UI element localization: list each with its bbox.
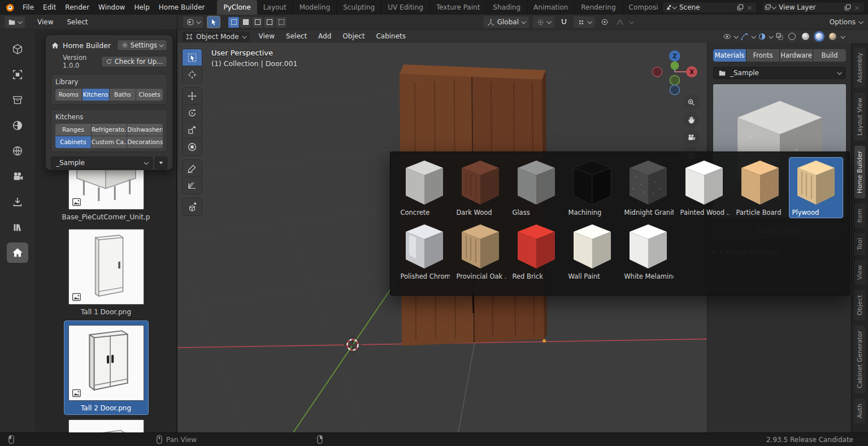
- rotate-tool[interactable]: [183, 105, 202, 122]
- menu-render[interactable]: Render: [60, 0, 94, 15]
- workspace-tab-animation[interactable]: Animation: [527, 0, 575, 15]
- scene-selector[interactable]: Scene ×: [662, 2, 757, 13]
- select-mode-intersect[interactable]: [276, 17, 287, 28]
- library-books-icon[interactable]: [7, 217, 28, 237]
- side-tab-view[interactable]: View: [854, 260, 865, 285]
- annotate-tool[interactable]: [183, 160, 202, 177]
- scene-name[interactable]: Scene: [676, 3, 736, 11]
- frame-select-icon[interactable]: [7, 64, 28, 85]
- viewport-menu-object[interactable]: Object: [337, 30, 370, 43]
- active-tool-indicator[interactable]: [207, 16, 220, 28]
- side-tab-object[interactable]: Object: [854, 290, 865, 321]
- xray-toggle-icon[interactable]: [775, 32, 784, 41]
- settings-dropdown[interactable]: Settings: [117, 40, 167, 51]
- viewport-menu-view[interactable]: View: [253, 30, 280, 43]
- new-layer-copy-icon[interactable]: [844, 3, 852, 11]
- check-updates-button[interactable]: Check for Up...: [101, 56, 167, 67]
- browser-menu-view[interactable]: View: [31, 15, 60, 30]
- home-icon[interactable]: [7, 243, 28, 263]
- asset-tile-tall-2-door-png[interactable]: Tall 2 Door.png: [64, 321, 149, 415]
- viewport-menu-add[interactable]: Add: [313, 30, 337, 43]
- visibility-eye-icon[interactable]: [723, 32, 731, 41]
- side-tab-layout-view[interactable]: Layout View: [854, 93, 865, 141]
- category-option-decorations[interactable]: Decorations: [127, 136, 163, 148]
- collection-dropdown[interactable]: _Sample: [51, 157, 153, 169]
- shading-material-preview-button[interactable]: [814, 31, 824, 42]
- side-tab-item[interactable]: Item: [854, 203, 865, 228]
- asset-tile-tall-1-door-png[interactable]: Tall 1 Door.png: [61, 229, 151, 316]
- proportional-editing-icon[interactable]: [599, 16, 610, 28]
- transform-tool[interactable]: [183, 138, 202, 155]
- category-option-cabinets[interactable]: Cabinets: [55, 136, 91, 148]
- shading-wireframe-button[interactable]: [787, 31, 797, 42]
- material-tile-concrete[interactable]: Concrete: [397, 157, 452, 218]
- gizmos-toggle-icon[interactable]: [740, 32, 749, 41]
- side-tab-home-builder[interactable]: Home Builder: [854, 146, 865, 198]
- overlays-toggle-icon[interactable]: [758, 32, 766, 41]
- panel-tab-hardware[interactable]: Hardware: [780, 49, 813, 62]
- material-tile-glass[interactable]: Glass: [509, 157, 563, 218]
- view-layer-selector[interactable]: View Layer ×: [762, 2, 865, 13]
- material-tile-painted-wood[interactable]: Painted Wood ...: [677, 157, 731, 218]
- blender-logo-icon[interactable]: [5, 2, 15, 12]
- category-option-ranges[interactable]: Ranges: [55, 124, 91, 136]
- material-tile-white-melamine[interactable]: White Melamine: [621, 221, 675, 282]
- material-tile-provincial-oak[interactable]: Provincial Oak ...: [453, 221, 507, 282]
- menu-window[interactable]: Window: [94, 0, 129, 15]
- archive-box-icon[interactable]: [7, 90, 28, 110]
- view-layer-name[interactable]: View Layer: [775, 3, 844, 11]
- workspace-tab-sculpting[interactable]: Sculpting: [337, 0, 381, 15]
- select-mode-subtract[interactable]: [252, 17, 263, 28]
- library-option-rooms[interactable]: Rooms: [55, 89, 82, 101]
- falloff-curve-icon[interactable]: [614, 16, 626, 28]
- material-tile-red-brick[interactable]: Red Brick: [509, 221, 563, 282]
- select-box-tool[interactable]: [183, 49, 202, 66]
- library-option-kitchens[interactable]: Kitchens: [83, 89, 109, 101]
- workspace-tab-rendering[interactable]: Rendering: [575, 0, 622, 15]
- remove-layer-icon[interactable]: ×: [852, 3, 862, 12]
- select-mode-extend[interactable]: [240, 17, 251, 28]
- material-tile-polished-chrome[interactable]: Polished Chrome: [397, 221, 452, 282]
- select-mode-set[interactable]: [228, 17, 239, 28]
- navigation-gizmo[interactable]: ZX: [650, 49, 702, 98]
- cursor-tool[interactable]: [183, 66, 202, 83]
- material-sphere-icon[interactable]: [7, 115, 28, 136]
- library-option-baths[interactable]: Baths: [110, 89, 136, 101]
- category-option-custom-ca[interactable]: Custom Ca...: [92, 136, 127, 148]
- menu-file[interactable]: File: [18, 0, 38, 15]
- camera-view-icon[interactable]: [683, 129, 699, 145]
- workspace-tab-compositing[interactable]: Compositing: [623, 0, 658, 15]
- library-option-closets[interactable]: Closets: [136, 89, 163, 101]
- browser-menu-select[interactable]: Select: [60, 15, 94, 30]
- add-cube-tool[interactable]: [183, 198, 202, 215]
- category-option-refrigerato[interactable]: Refrigerato...: [92, 124, 127, 136]
- material-tile-dark-wood[interactable]: Dark Wood: [453, 157, 507, 218]
- pan-hand-icon[interactable]: [683, 112, 699, 128]
- move-tool[interactable]: [183, 88, 202, 105]
- shading-solid-button[interactable]: [800, 31, 811, 42]
- download-icon[interactable]: [7, 192, 28, 212]
- world-icon[interactable]: [7, 141, 28, 161]
- collection-menu-button[interactable]: [155, 157, 167, 169]
- workspace-tab-layout[interactable]: Layout: [257, 0, 293, 15]
- editor-type-button[interactable]: [183, 16, 203, 28]
- viewport-menu-select[interactable]: Select: [280, 30, 313, 43]
- snap-settings-dropdown[interactable]: [574, 16, 595, 28]
- camera-icon[interactable]: [7, 166, 28, 187]
- interaction-mode-dropdown[interactable]: Object Mode: [182, 32, 250, 42]
- panel-tab-build[interactable]: Build: [813, 49, 846, 62]
- select-mode-invert[interactable]: [264, 17, 275, 28]
- side-tab-assembly[interactable]: Assembly: [854, 47, 865, 88]
- category-option-dishwashers[interactable]: Dishwashers: [127, 124, 163, 136]
- asset-tile-base-piecutcorner-unit-p[interactable]: Base_PieCutCorner_Unit.p: [61, 170, 151, 221]
- panel-tab-fronts[interactable]: Fronts: [747, 49, 779, 62]
- side-tab-cabinet-generator[interactable]: Cabinet Generator: [854, 326, 865, 393]
- menu-edit[interactable]: Edit: [38, 0, 60, 15]
- material-tile-plywood[interactable]: Plywood: [789, 157, 843, 218]
- snap-magnet-icon[interactable]: [558, 16, 570, 28]
- side-tab-auth[interactable]: Auth: [854, 399, 865, 423]
- material-collection-dropdown[interactable]: _Sample: [713, 67, 846, 79]
- workspace-tab-uv-editing[interactable]: UV Editing: [381, 0, 430, 15]
- material-tile-particle-board[interactable]: Particle Board: [733, 157, 787, 218]
- new-scene-copy-icon[interactable]: [736, 3, 744, 11]
